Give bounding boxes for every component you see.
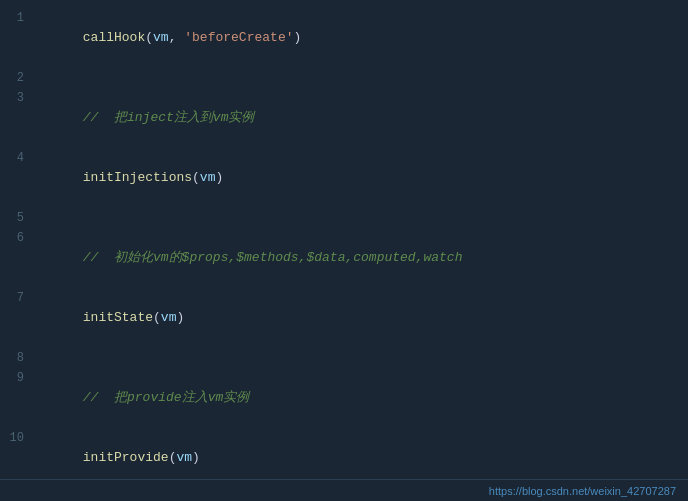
line-content-1: callHook(vm, 'beforeCreate') (36, 8, 688, 68)
source-url[interactable]: https://blog.csdn.net/weixin_42707287 (489, 485, 676, 497)
code-line-4: 4 initInjections(vm) (0, 148, 688, 208)
line-num-10: 10 (0, 428, 36, 448)
line-num-7: 7 (0, 288, 36, 308)
fn-callhook: callHook (83, 30, 145, 45)
line-num-9: 9 (0, 368, 36, 388)
code-line-7: 7 initState(vm) (0, 288, 688, 348)
code-line-3: 3 // 把inject注入到vm实例 (0, 88, 688, 148)
line-num-1: 1 (0, 8, 36, 28)
code-line-1: 1 callHook(vm, 'beforeCreate') (0, 8, 688, 68)
line-num-6: 6 (0, 228, 36, 248)
comment-initstate: // 初始化vm的$props,$methods,$data,computed,… (83, 250, 463, 265)
code-line-8: 8 (0, 348, 688, 368)
line-num-2: 2 (0, 68, 36, 88)
code-line-9: 9 // 把provide注入vm实例 (0, 368, 688, 428)
code-line-5: 5 (0, 208, 688, 228)
code-editor: 1 callHook(vm, 'beforeCreate') 2 3 // 把i… (0, 0, 688, 501)
line-num-8: 8 (0, 348, 36, 368)
code-line-6: 6 // 初始化vm的$props,$methods,$data,compute… (0, 228, 688, 288)
comment-inject: // 把inject注入到vm实例 (83, 110, 255, 125)
line-num-4: 4 (0, 148, 36, 168)
bottom-bar: https://blog.csdn.net/weixin_42707287 (0, 479, 688, 501)
comment-provide: // 把provide注入vm实例 (83, 390, 249, 405)
line-num-3: 3 (0, 88, 36, 108)
code-line-2: 2 (0, 68, 688, 88)
line-num-5: 5 (0, 208, 36, 228)
